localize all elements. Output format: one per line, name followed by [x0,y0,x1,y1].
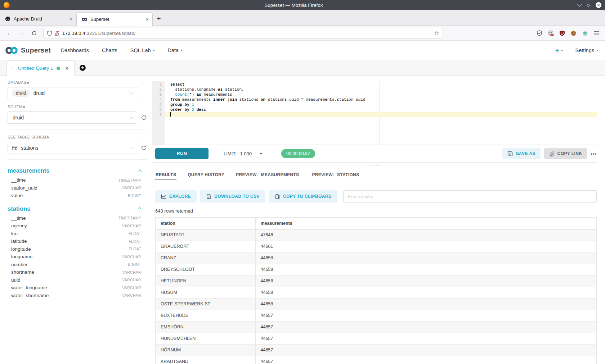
column-row-km: kmFLOAT [8,230,147,238]
nav-item-data[interactable]: Data [168,47,183,53]
nav-item-dashboards[interactable]: Dashboards [61,47,89,53]
cell-station: HETLINGEN [156,275,255,287]
menu-hamburger-icon[interactable] [593,31,599,36]
code-line-4[interactable]: from measurements inner join stations on… [165,97,597,102]
cell-station: HÖRNUM [156,344,255,356]
copy-to-clipboard-button[interactable]: COPY TO CLIPBOARD [269,190,337,203]
editor-toolbar: RUN LIMIT: 1 000 00:00:00.87 SAVE AS [152,145,597,162]
table-row[interactable]: BUXTEHUDE44657 [156,310,596,321]
insecure-lock-icon[interactable] [55,31,59,36]
cell-station: GRAUERORT [156,241,255,252]
add-query-tab-button[interactable]: + [75,60,91,75]
filter-results-input[interactable] [343,190,597,203]
tab-results[interactable]: RESULTS [155,172,176,182]
table-row[interactable]: CRANZ44658 [156,252,596,264]
cookie-extension-icon[interactable] [570,30,577,36]
cell-measurements: 44658 [255,298,596,310]
run-button[interactable]: RUN [155,148,209,159]
window-minimize-icon[interactable] [577,2,582,7]
column-name: value [11,193,23,198]
sql-editor[interactable]: 1234567 select stations.longname as stat… [152,81,597,145]
code-line-1[interactable]: select [165,82,597,87]
table-row[interactable]: HÖRNUM44657 [156,344,596,356]
query-tab-label: Untitled Query 1 [18,65,53,71]
shield-extension-icon[interactable] [537,30,542,36]
forward-button[interactable]: → [17,28,27,38]
browser-tab-superset[interactable]: Superset × [76,12,153,26]
column-type: FLOAT [129,239,141,244]
editor-code[interactable]: select stations.longname as station, cou… [165,81,597,145]
code-line-6[interactable]: order by 2 desc [165,107,597,112]
window-maximize-icon[interactable]: ◇ [587,3,590,8]
refresh-table-icon[interactable] [141,145,147,151]
table-section-header-measurements[interactable]: measurements [8,165,147,176]
schema-select[interactable]: druid [8,112,137,124]
cell-station: DREYSCHLOOT [156,264,255,275]
asterisk-extension-icon[interactable] [582,30,588,36]
explore-button[interactable]: EXPLORE [155,190,197,203]
superset-logo[interactable]: Superset [4,46,51,55]
ublock-extension-icon[interactable] [559,30,565,36]
browser-tab-apache-druid[interactable]: Apache Druid × [0,12,76,26]
file-icon [206,194,211,199]
table-header-row: station measurements [156,218,596,229]
save-as-button[interactable]: SAVE AS [502,148,540,159]
table-row[interactable]: OSTE-SPERRWERK BP44658 [156,298,596,310]
cell-station: OSTE-SPERRWERK BP [156,298,255,310]
line-number: 6 [152,107,165,112]
chevron-up-icon[interactable] [138,169,142,173]
query-tab-untitled-query-1[interactable]: ⋮ Untitled Query 1 × [6,60,75,76]
database-value: druid [33,90,45,96]
divider [8,129,147,129]
tab-close-icon[interactable]: × [70,16,72,22]
bookmark-star-icon[interactable]: ☆ [434,30,439,36]
code-line-5[interactable]: group by 1 [165,102,597,107]
table-row[interactable]: HUSUM44658 [156,287,596,298]
table-row[interactable]: EMSHÖRN44657 [156,321,596,333]
url-bar[interactable]: 172.18.0.4:32251/superset/sqllab/ ☆ [43,28,443,38]
column-name: longitude [11,246,31,252]
nav-item-sql-lab[interactable]: SQL Lab [130,47,155,53]
download-to-csv-button[interactable]: DOWNLOAD TO CSV [200,190,265,203]
copy-link-button[interactable]: COPY LINK [544,148,587,159]
code-line-7[interactable] [165,112,597,117]
column-header-measurements[interactable]: measurements [255,218,596,229]
table-select[interactable]: stations [8,142,137,154]
table-row[interactable]: HUNDSMÜHLEN44657 [156,333,596,344]
database-select[interactable]: druid druid [8,87,137,99]
table-row[interactable]: HETLINGEN44658 [156,275,596,287]
table-section-header-stations[interactable]: stations [8,203,147,214]
tracking-shield-icon[interactable] [47,31,52,36]
column-type: VARCHAR [122,255,141,259]
table-row[interactable]: DREYSCHLOOT44658 [156,264,596,275]
code-line-3[interactable]: count(*) as measurements [165,92,597,97]
table-row[interactable]: GRAUERORT44661 [156,241,596,252]
limit-label: LIMIT: [224,151,236,156]
add-new-button[interactable]: + [555,47,563,54]
query-tab-close-icon[interactable]: × [66,65,68,71]
tab-preview-measurements[interactable]: PREVIEW: `MEASUREMENTS` [236,172,301,182]
tab-close-icon[interactable]: × [146,17,149,22]
new-tab-button[interactable]: + [153,12,165,26]
tab-query-history[interactable]: QUERY HISTORY [187,172,225,182]
table-row[interactable]: NEUSTADT47646 [156,229,596,241]
code-line-2[interactable]: stations.longname as station, [165,87,597,92]
settings-menu[interactable]: Settings [575,47,599,53]
divider [8,159,147,160]
pane-resizer[interactable] [152,162,597,167]
column-row-shortname: shortnameVARCHAR [8,268,147,276]
schema-label: SCHEMA [8,105,147,109]
mask-extension-icon[interactable] [548,30,554,36]
refresh-schema-icon[interactable] [141,115,147,120]
nav-item-charts[interactable]: Charts [102,47,117,53]
drag-handle-icon[interactable]: ⋮ [10,65,15,71]
tab-preview-stations[interactable]: PREVIEW: `STATIONS` [312,172,361,182]
more-options-button[interactable]: ••• [591,151,597,156]
column-header-station[interactable]: station [156,218,255,229]
window-close-icon[interactable]: × [596,2,601,8]
reload-button[interactable] [29,28,39,38]
limit-dropdown[interactable]: LIMIT: 1 000 [224,151,263,156]
table-row[interactable]: KRAUTSAND44657 [156,356,596,364]
chevron-up-icon[interactable] [138,207,142,211]
back-button[interactable]: ← [4,28,14,38]
